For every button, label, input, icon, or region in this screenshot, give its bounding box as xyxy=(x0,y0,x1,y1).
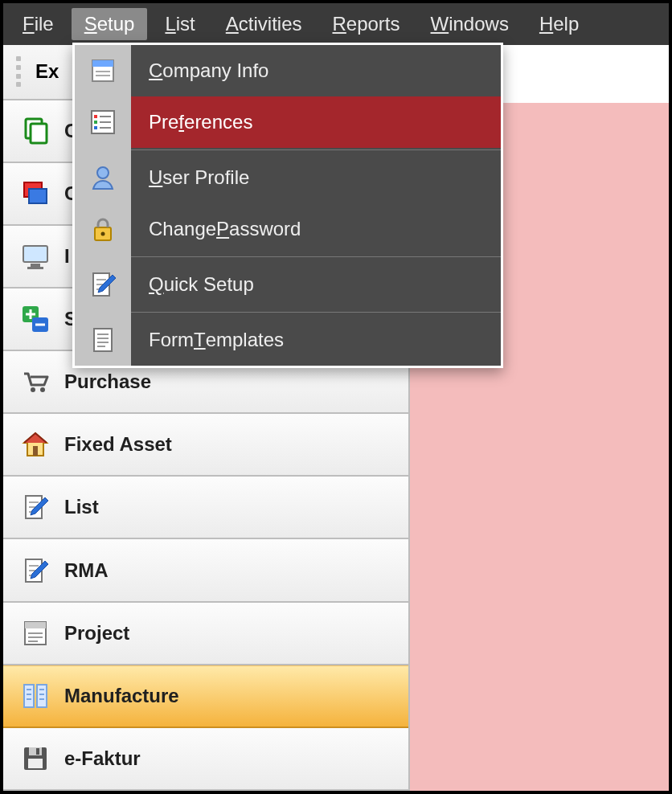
lock-icon xyxy=(88,215,117,244)
menu-windows[interactable]: Windows xyxy=(418,8,522,41)
sidebar-item-manufacture[interactable]: Manufacture xyxy=(3,665,408,728)
svg-rect-32 xyxy=(94,329,112,351)
svg-point-10 xyxy=(40,387,45,392)
floppy-icon xyxy=(21,744,50,773)
menu-quick-setup[interactable]: Quick Setup xyxy=(75,259,501,310)
svg-rect-23 xyxy=(92,60,113,67)
copy-icon xyxy=(21,117,50,145)
svg-rect-27 xyxy=(94,126,97,129)
user-icon xyxy=(88,163,117,192)
svg-rect-11 xyxy=(33,446,38,456)
menu-preferences[interactable]: Preferences xyxy=(75,96,501,148)
svg-rect-4 xyxy=(23,246,47,262)
menu-help[interactable]: Help xyxy=(527,8,592,41)
svg-point-9 xyxy=(31,387,35,392)
list-icon xyxy=(88,108,117,137)
menu-activities[interactable]: Activities xyxy=(213,8,315,41)
house-icon xyxy=(21,430,50,459)
sidebar-item-label: e-Faktur xyxy=(64,747,141,770)
doc-pen-icon xyxy=(21,556,50,585)
menu-company-info[interactable]: Company Info xyxy=(75,45,501,96)
menu-setup[interactable]: Setup xyxy=(72,8,148,41)
svg-rect-17 xyxy=(37,685,47,707)
svg-rect-25 xyxy=(94,115,97,118)
form-icon xyxy=(88,56,117,85)
svg-rect-16 xyxy=(24,685,34,707)
doc-pen-icon xyxy=(21,493,50,522)
svg-rect-5 xyxy=(31,264,40,267)
sidebar-item-project[interactable]: Project xyxy=(3,603,408,665)
svg-rect-26 xyxy=(94,121,97,124)
sidebar-item-label: Manufacture xyxy=(64,685,179,707)
menu-user-profile[interactable]: User Profile xyxy=(75,152,501,203)
sidebar-item-label: RMA xyxy=(64,559,109,582)
svg-rect-1 xyxy=(31,124,47,143)
plus-minus-icon xyxy=(21,305,50,334)
menu-form-templates[interactable]: Form Templates xyxy=(75,314,501,366)
svg-point-30 xyxy=(101,232,105,236)
monitor-icon xyxy=(21,242,50,271)
cart-icon xyxy=(21,367,50,396)
grip-icon xyxy=(16,56,24,87)
menubar: File Setup List Activities Reports Windo… xyxy=(3,3,669,45)
menu-list[interactable]: List xyxy=(152,8,207,41)
svg-point-28 xyxy=(97,167,109,178)
svg-rect-6 xyxy=(27,267,43,269)
menu-file[interactable]: File xyxy=(10,8,67,41)
menu-change-password[interactable]: Change Password xyxy=(75,203,501,255)
svg-rect-19 xyxy=(29,747,42,755)
menu-setup-dropdown: Company Info Preferences User Profile Ch… xyxy=(72,43,503,368)
sidebar-item-fixed-asset[interactable]: Fixed Asset xyxy=(3,414,408,477)
menu-reports[interactable]: Reports xyxy=(319,8,412,41)
sidebar-item-label: Project xyxy=(64,622,129,645)
doc-pen-icon xyxy=(88,270,117,299)
svg-rect-15 xyxy=(25,622,46,628)
sidebar-header-label: Ex xyxy=(35,60,59,83)
sidebar-item-efaktur[interactable]: e-Faktur xyxy=(3,728,408,791)
sidebar-item-label: Purchase xyxy=(64,370,151,393)
sidebar-item-label: List xyxy=(64,496,99,518)
form-icon xyxy=(21,619,50,648)
svg-rect-20 xyxy=(36,748,39,755)
windows-icon xyxy=(21,179,50,208)
svg-rect-21 xyxy=(28,759,43,768)
app-window: File Setup List Activities Reports Windo… xyxy=(0,0,672,794)
sidebar-item-list[interactable]: List xyxy=(3,477,408,539)
sidebar-item-label: I xyxy=(64,245,70,268)
sidebar-item-label: Fixed Asset xyxy=(64,433,172,456)
doc-lines-icon xyxy=(88,325,117,354)
sidebar-item-rma[interactable]: RMA xyxy=(3,539,408,602)
columns-icon xyxy=(21,681,50,710)
svg-rect-3 xyxy=(29,189,47,203)
